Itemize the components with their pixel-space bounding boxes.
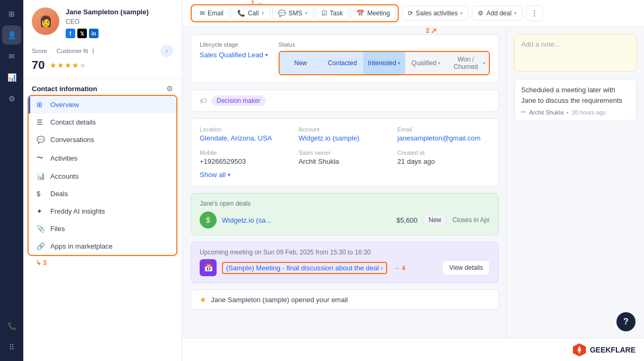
sms-button[interactable]: 💬 SMS ▾ (272, 6, 314, 20)
lifecycle-section: Lifecycle stage Sales Qualified Lead ▾ 2… (191, 34, 499, 83)
geekflare-text: GEEKFLARE (590, 346, 636, 354)
linkedin-icon[interactable]: in (89, 29, 99, 38)
sales-activities-label: Sales activities (416, 10, 458, 17)
meeting-link[interactable]: (Sample) Meeting - final discussion abou… (222, 262, 387, 274)
gear-button[interactable]: ⚙ (166, 84, 173, 93)
account-label: Account (299, 126, 391, 133)
email-button[interactable]: ✉ Email (194, 6, 229, 20)
contact-header: 👩 Jane Sampleton (sample) CEO f 𝕏 in (23, 0, 182, 42)
show-all-button[interactable]: Show all ▾ (200, 171, 230, 179)
nav-item-freddy[interactable]: ✦ Freddy AI insights (29, 202, 176, 220)
sales-activities-icon: ⟳ (408, 10, 413, 17)
score-chevron-button[interactable]: › (160, 45, 173, 57)
account-value: Widgetz.io (sample) (299, 134, 391, 142)
deal-closes: Closes in Apr (452, 216, 490, 224)
lifecycle-stage-label: Sales Qualified Lead (200, 51, 263, 59)
email-value: janesampleton@gmail.com (397, 134, 490, 142)
nav-item-conversations[interactable]: 💬 Conversations (29, 131, 176, 148)
location-value: Glendale, Arizona, USA (200, 134, 292, 142)
social-icons: f 𝕏 in (66, 29, 149, 38)
sms-icon: 💬 (278, 10, 286, 17)
deal-status-label: New (428, 216, 441, 224)
nav-icon-phone[interactable]: 📞 (2, 316, 21, 336)
facebook-icon[interactable]: f (66, 29, 75, 38)
decision-maker-tag[interactable]: Decision maker (211, 95, 266, 106)
meeting-icon: 📅 (200, 259, 217, 276)
nav-icon-home[interactable]: ⊞ (2, 4, 21, 23)
status-new[interactable]: New (280, 52, 321, 74)
nav-item-overview[interactable]: ⊞ Overview (29, 96, 176, 113)
more-button[interactable]: ⋮ (526, 5, 543, 21)
right-panel: Add a note... Scheduled a meeting later … (506, 27, 644, 338)
sales-activities-chevron-icon: ▾ (460, 11, 463, 16)
nav-item-files[interactable]: 📎 Files (29, 220, 176, 237)
show-all-label: Show all (200, 171, 226, 179)
nav-icon-apps[interactable]: ⠿ (2, 338, 21, 357)
avatar: 👩 (32, 7, 59, 35)
conversations-icon: 💬 (37, 136, 45, 144)
contact-details-icon: ☰ (37, 118, 45, 126)
score-label: Score (32, 48, 47, 54)
contact-info-title: Contact information (32, 85, 97, 93)
task-button[interactable]: ☑ Task (316, 6, 349, 20)
files-label: Files (50, 225, 65, 233)
activities-label: Activities (50, 154, 77, 162)
call-button[interactable]: 📞 Call ▾ (231, 6, 270, 20)
lifecycle-stage-button[interactable]: Sales Qualified Lead ▾ (200, 51, 268, 59)
show-all-chevron-icon: ▾ (228, 172, 230, 178)
location-label: Location (200, 126, 292, 133)
status-qualified[interactable]: Qualified ▾ (405, 52, 447, 74)
tag-section: 🏷 Decision maker (191, 90, 499, 112)
nav-item-deals[interactable]: $ Deals (29, 185, 176, 202)
help-button[interactable]: ? (616, 312, 636, 331)
activity-text: Jane Sampleton (sample) opened your emai… (211, 296, 348, 304)
add-deal-button[interactable]: ⚙ Add deal ▾ (472, 6, 522, 21)
status-contacted[interactable]: Contacted (321, 52, 363, 74)
deals-section: Jane's open deals $ Widgetz.io (sa... $5… (191, 193, 499, 235)
main-content: 1 → ✉ Email 📞 Call ▾ 💬 SMS ▾ ☑ Task � (182, 0, 644, 361)
nav-icon-inbox[interactable]: ✉ (2, 47, 21, 66)
meeting-toolbar-icon: 📅 (356, 10, 364, 17)
contact-name: Jane Sampleton (sample) (66, 7, 149, 17)
score-value: 70 (32, 58, 44, 72)
meeting-button[interactable]: 📅 Meeting (351, 6, 396, 20)
sales-owner-value: Archit Shukla (299, 157, 391, 165)
nav-icon-contacts[interactable]: 👤 (2, 25, 21, 45)
overview-label: Overview (50, 101, 79, 109)
nav-item-apps[interactable]: 🔗 Apps in marketplace (29, 237, 176, 255)
content-area: Lifecycle stage Sales Qualified Lead ▾ 2… (182, 27, 644, 338)
annotation-3: ↳ 3 (23, 256, 182, 271)
mobile-value: +19266529503 (200, 157, 292, 165)
nav-icon-reports[interactable]: 📊 (2, 68, 21, 87)
nav-item-contact-details[interactable]: ☰ Contact details (29, 113, 176, 131)
activities-icon: 〜 (37, 153, 45, 163)
nav-item-activities[interactable]: 〜 Activities (29, 148, 176, 168)
view-details-button[interactable]: View details (442, 260, 490, 275)
contact-details-label: Contact details (50, 118, 96, 126)
contact-sidebar: 👩 Jane Sampleton (sample) CEO f 𝕏 in Sco… (23, 0, 182, 361)
note-area[interactable]: Add a note... (514, 34, 637, 72)
annotation-1: 1 → (251, 0, 263, 7)
twitter-icon[interactable]: 𝕏 (77, 29, 87, 38)
sales-activities-button[interactable]: ⟳ Sales activities ▾ (402, 6, 469, 21)
note-dot: • (567, 109, 569, 116)
top-toolbar: 1 → ✉ Email 📞 Call ▾ 💬 SMS ▾ ☑ Task � (182, 0, 644, 27)
email-icon: ✉ (200, 10, 205, 17)
lifecycle-label: Lifecycle stage (200, 41, 268, 48)
nav-icon-settings[interactable]: ⚙ (2, 89, 21, 108)
note-placeholder: Add a note... (521, 40, 560, 48)
meeting-link-arrow-icon: › (381, 265, 383, 271)
status-won[interactable]: Won / Churned ▾ (447, 52, 489, 74)
center-panel: Lifecycle stage Sales Qualified Lead ▾ 2… (182, 27, 506, 338)
status-interested[interactable]: Interested ▾ (363, 52, 405, 74)
deal-name[interactable]: Widgetz.io (sa... (222, 216, 391, 224)
email-label: Email (208, 10, 223, 17)
call-label: Call (248, 10, 259, 17)
star-rating: ★★★★★ (50, 61, 87, 69)
meeting-section: Upcoming meeting on Sun 09 Feb, 2025 fro… (191, 242, 499, 283)
note-time: 20 hours ago (572, 109, 606, 116)
call-chevron-icon: ▾ (262, 11, 264, 16)
status-interested-label: Interested (368, 59, 396, 67)
nav-item-accounts[interactable]: 📊 Accounts (29, 168, 176, 185)
meeting-label: Meeting (367, 10, 390, 17)
